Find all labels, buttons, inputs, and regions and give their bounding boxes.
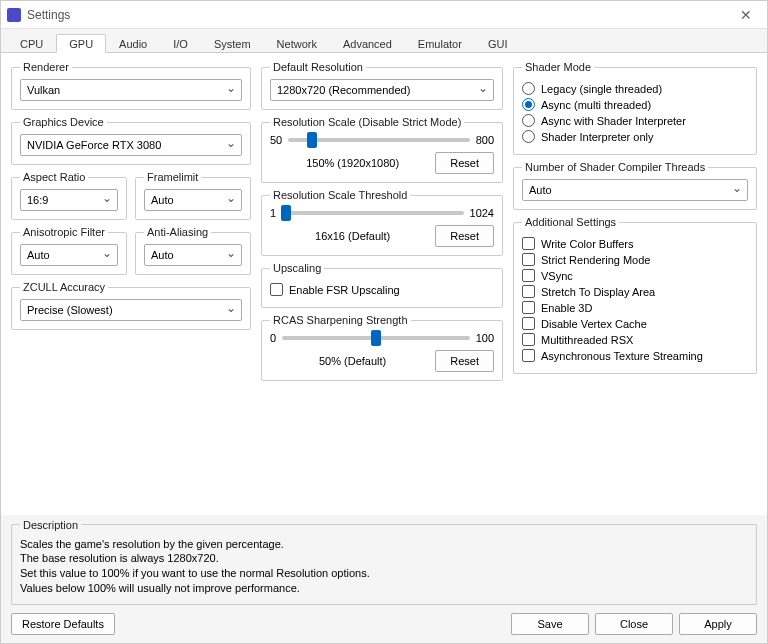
tab-cpu[interactable]: CPU	[7, 34, 56, 53]
upscaling-group: Upscaling Enable FSR Upscaling	[261, 262, 503, 308]
resolution-threshold-reset-button[interactable]: Reset	[435, 225, 494, 247]
settings-window: Settings ✕ CPUGPUAudioI/OSystemNetworkAd…	[0, 0, 768, 644]
bottom-bar: Restore Defaults Save Close Apply	[1, 605, 767, 643]
resolution-scale-group: Resolution Scale (Disable Strict Mode) 5…	[261, 116, 503, 183]
additional-setting-checkbox[interactable]: Strict Rendering Mode	[522, 253, 748, 266]
resolution-scale-slider[interactable]	[288, 138, 469, 142]
tab-gpu[interactable]: GPU	[56, 34, 106, 53]
shader-mode-radio[interactable]: Legacy (single threaded)	[522, 82, 748, 95]
shader-mode-radio[interactable]: Async with Shader Interpreter	[522, 114, 748, 127]
additional-setting-checkbox[interactable]: Asynchronous Texture Streaming	[522, 349, 748, 362]
graphics-device-select[interactable]: NVIDIA GeForce RTX 3080	[20, 134, 242, 156]
window-title: Settings	[27, 8, 70, 22]
shader-mode-radio[interactable]: Async (multi threaded)	[522, 98, 748, 111]
shader-mode-group: Shader Mode Legacy (single threaded)Asyn…	[513, 61, 757, 155]
additional-settings-group: Additional Settings Write Color BuffersS…	[513, 216, 757, 374]
tab-audio[interactable]: Audio	[106, 34, 160, 53]
tab-gui[interactable]: GUI	[475, 34, 521, 53]
aniso-select[interactable]: Auto	[20, 244, 118, 266]
apply-button[interactable]: Apply	[679, 613, 757, 635]
rcas-reset-button[interactable]: Reset	[435, 350, 494, 372]
additional-setting-checkbox[interactable]: Multithreaded RSX	[522, 333, 748, 346]
aspect-ratio-select[interactable]: 16:9	[20, 189, 118, 211]
aa-select[interactable]: Auto	[144, 244, 242, 266]
zcull-select[interactable]: Precise (Slowest)	[20, 299, 242, 321]
tab-system[interactable]: System	[201, 34, 264, 53]
additional-setting-checkbox[interactable]: Disable Vertex Cache	[522, 317, 748, 330]
titlebar: Settings ✕	[1, 1, 767, 29]
description-text: Scales the game's resolution by the give…	[20, 537, 748, 596]
renderer-select[interactable]: Vulkan	[20, 79, 242, 101]
tabs: CPUGPUAudioI/OSystemNetworkAdvancedEmula…	[1, 29, 767, 53]
framelimit-group: Framelimit Auto	[135, 171, 251, 220]
graphics-device-group: Graphics Device NVIDIA GeForce RTX 3080	[11, 116, 251, 165]
shader-mode-radio[interactable]: Shader Interpreter only	[522, 130, 748, 143]
additional-setting-checkbox[interactable]: VSync	[522, 269, 748, 282]
renderer-group: Renderer Vulkan	[11, 61, 251, 110]
restore-defaults-button[interactable]: Restore Defaults	[11, 613, 115, 635]
aa-group: Anti-Aliasing Auto	[135, 226, 251, 275]
resolution-threshold-slider[interactable]	[282, 211, 463, 215]
tab-advanced[interactable]: Advanced	[330, 34, 405, 53]
additional-setting-checkbox[interactable]: Stretch To Display Area	[522, 285, 748, 298]
fsr-upscaling-checkbox[interactable]: Enable FSR Upscaling	[270, 283, 494, 296]
resolution-scale-reset-button[interactable]: Reset	[435, 152, 494, 174]
zcull-group: ZCULL Accuracy Precise (Slowest)	[11, 281, 251, 330]
close-icon[interactable]: ✕	[731, 7, 761, 23]
shader-threads-group: Number of Shader Compiler Threads Auto	[513, 161, 757, 210]
tab-i/o[interactable]: I/O	[160, 34, 201, 53]
resolution-threshold-group: Resolution Scale Threshold 1 1024 16x16 …	[261, 189, 503, 256]
rcas-group: RCAS Sharpening Strength 0 100 50% (Defa…	[261, 314, 503, 381]
tab-emulator[interactable]: Emulator	[405, 34, 475, 53]
close-button[interactable]: Close	[595, 613, 673, 635]
tab-network[interactable]: Network	[264, 34, 330, 53]
rcas-slider[interactable]	[282, 336, 470, 340]
app-icon	[7, 8, 21, 22]
content: Renderer Vulkan Graphics Device NVIDIA G…	[1, 53, 767, 515]
description-area: Description Scales the game's resolution…	[11, 519, 757, 605]
additional-setting-checkbox[interactable]: Enable 3D	[522, 301, 748, 314]
framelimit-select[interactable]: Auto	[144, 189, 242, 211]
aspect-ratio-group: Aspect Ratio 16:9	[11, 171, 127, 220]
default-resolution-group: Default Resolution 1280x720 (Recommended…	[261, 61, 503, 110]
aniso-group: Anisotropic Filter Auto	[11, 226, 127, 275]
save-button[interactable]: Save	[511, 613, 589, 635]
shader-threads-select[interactable]: Auto	[522, 179, 748, 201]
default-resolution-select[interactable]: 1280x720 (Recommended)	[270, 79, 494, 101]
additional-setting-checkbox[interactable]: Write Color Buffers	[522, 237, 748, 250]
